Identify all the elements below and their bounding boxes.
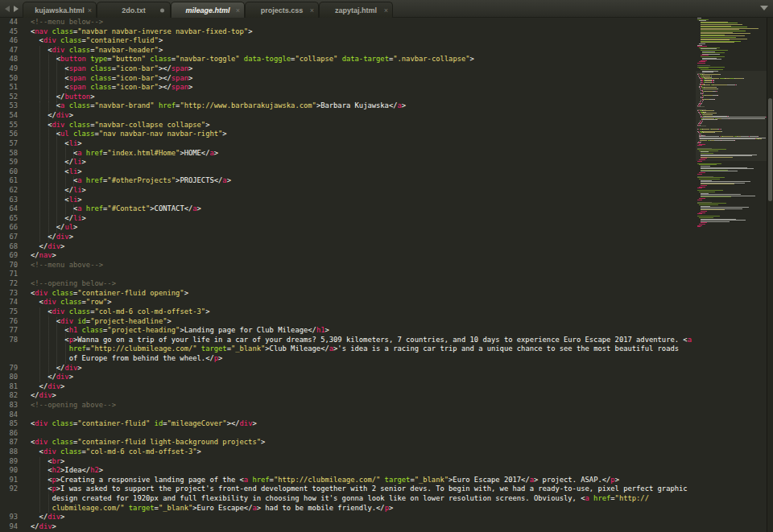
line-number[interactable]: 58 bbox=[0, 149, 18, 159]
code-text[interactable]: <!--opening above--> bbox=[31, 401, 116, 410]
code-text[interactable]: <h1 class="project-heading">Landing page… bbox=[31, 326, 329, 336]
code-line[interactable]: href="http://clubmileage.com/" target="_… bbox=[0, 344, 697, 354]
code-text[interactable]: href="http://clubmileage.com/" target="_… bbox=[31, 344, 679, 354]
line-number[interactable]: 75 bbox=[0, 307, 18, 317]
code-text[interactable]: <div class="col-md-6 col-md-offset-3"> bbox=[31, 307, 209, 317]
code-line[interactable]: 79 </div> bbox=[0, 364, 697, 373]
code-line[interactable]: 92 <p>I was asked to support the project… bbox=[0, 485, 697, 494]
line-number[interactable]: 83 bbox=[0, 401, 18, 410]
code-line[interactable]: 83<!--opening above--> bbox=[0, 401, 697, 410]
code-line[interactable]: 82</div> bbox=[0, 391, 697, 401]
code-text[interactable]: <h2>Idea</h2> bbox=[31, 466, 103, 476]
code-text[interactable]: <br> bbox=[31, 457, 64, 467]
code-text[interactable]: </div> bbox=[31, 382, 64, 392]
code-text[interactable]: <!--menu above--> bbox=[31, 261, 103, 270]
code-line[interactable]: 49 <span class="icon-bar"></span> bbox=[0, 64, 697, 74]
code-line[interactable]: 74 <div class="row"> bbox=[0, 298, 697, 307]
line-number[interactable]: 51 bbox=[0, 83, 18, 93]
line-number[interactable]: 70 bbox=[0, 261, 18, 270]
line-number[interactable]: 66 bbox=[0, 223, 18, 233]
code-line[interactable]: 53 <a class="navbar-brand" href="http://… bbox=[0, 101, 697, 111]
line-number[interactable]: 68 bbox=[0, 242, 18, 252]
code-text[interactable]: <div class="col-md-6 col-md-offset-3"> bbox=[31, 447, 201, 457]
code-line[interactable]: 87<div class="container-fluid light-back… bbox=[0, 438, 697, 447]
code-text[interactable]: </div> bbox=[31, 391, 56, 401]
code-line[interactable]: 47 <div class="navbar-header"> bbox=[0, 46, 697, 56]
code-text[interactable]: <div class="navbar-collapse collapse"> bbox=[31, 121, 209, 130]
code-line[interactable]: 77 <h1 class="project-heading">Landing p… bbox=[0, 326, 697, 336]
modified-dot-icon[interactable] bbox=[160, 8, 164, 12]
code-line[interactable]: clubmileage.com/" target="_blank">Euro E… bbox=[0, 504, 697, 513]
line-number[interactable]: 48 bbox=[0, 55, 18, 64]
tab-2do-txt[interactable]: 2do.txt bbox=[97, 2, 171, 18]
line-number[interactable]: 67 bbox=[0, 233, 18, 242]
code-text[interactable]: <p>Creating a responsive landing page of… bbox=[31, 476, 619, 485]
line-number[interactable]: 60 bbox=[0, 167, 18, 177]
code-line[interactable]: 58 <a href="index.html#Home">HOME</a> bbox=[0, 149, 697, 159]
line-number[interactable]: 79 bbox=[0, 364, 18, 373]
code-line[interactable]: 76 <div id="project-headline"> bbox=[0, 317, 697, 327]
code-line[interactable]: 75 <div class="col-md-6 col-md-offset-3"… bbox=[0, 307, 697, 317]
line-number[interactable]: 56 bbox=[0, 130, 18, 139]
code-line[interactable]: 78 <p>Wanna go on a trip of your life in… bbox=[0, 336, 697, 345]
code-line[interactable]: 91 <p>Creating a responsive landing page… bbox=[0, 476, 697, 485]
line-number[interactable]: 45 bbox=[0, 27, 18, 37]
code-text[interactable]: <span class="icon-bar"></span> bbox=[31, 83, 192, 93]
code-text[interactable]: <p>Wanna go on a trip of your life in a … bbox=[31, 336, 692, 345]
code-line[interactable]: 93 </div> bbox=[0, 513, 697, 522]
code-text[interactable]: </div> bbox=[31, 242, 64, 252]
code-line[interactable]: 85<div class="container-fluid" id="milea… bbox=[0, 419, 697, 429]
code-text[interactable]: </div> bbox=[31, 364, 82, 373]
code-line[interactable]: 48 <button type="button" class="navbar-t… bbox=[0, 55, 697, 64]
code-text[interactable]: <div class="row"> bbox=[31, 298, 112, 307]
code-pane[interactable]: 44<!--menu below-->45<nav class="navbar … bbox=[0, 18, 697, 532]
code-line[interactable]: 67 </div> bbox=[0, 233, 697, 242]
code-line[interactable]: 68 </div> bbox=[0, 242, 697, 252]
code-text[interactable]: <span class="icon-bar"></span> bbox=[31, 64, 192, 74]
line-number[interactable]: 59 bbox=[0, 158, 18, 167]
code-text[interactable]: </div> bbox=[31, 233, 73, 242]
line-number[interactable]: 76 bbox=[0, 317, 18, 327]
minimap[interactable] bbox=[696, 18, 767, 532]
tab-kujawska-html[interactable]: kujawska.html× bbox=[23, 2, 97, 18]
tab-scroll-right-icon[interactable] bbox=[14, 6, 19, 12]
code-text[interactable]: </li> bbox=[31, 186, 86, 196]
line-number[interactable]: 61 bbox=[0, 176, 18, 186]
code-line[interactable]: 64 <a href="#Contact">CONTACT</a> bbox=[0, 204, 697, 214]
line-number[interactable]: 88 bbox=[0, 447, 18, 457]
line-number[interactable]: 73 bbox=[0, 289, 18, 299]
code-line[interactable]: 46 <div class="container-fluid"> bbox=[0, 36, 697, 46]
line-number[interactable]: 55 bbox=[0, 121, 18, 130]
close-icon[interactable]: × bbox=[384, 6, 388, 14]
line-number[interactable]: 64 bbox=[0, 204, 18, 214]
line-number[interactable]: 82 bbox=[0, 391, 18, 401]
code-text[interactable]: clubmileage.com/" target="_blank">Euro E… bbox=[31, 504, 393, 513]
code-text[interactable]: <!--opening below--> bbox=[31, 279, 116, 289]
code-line[interactable]: 88 <div class="col-md-6 col-md-offset-3"… bbox=[0, 447, 697, 457]
vertical-scrollbar-track[interactable] bbox=[767, 18, 773, 532]
line-number[interactable]: 80 bbox=[0, 373, 18, 382]
code-text[interactable]: <div class="navbar-header"> bbox=[31, 46, 163, 56]
code-text[interactable]: <div class="container-fluid"> bbox=[31, 36, 163, 46]
line-number[interactable]: 53 bbox=[0, 101, 18, 111]
line-number[interactable]: 50 bbox=[0, 74, 18, 84]
code-line[interactable]: 50 <span class="icon-bar"></span> bbox=[0, 74, 697, 84]
close-icon[interactable]: × bbox=[88, 6, 92, 14]
code-text[interactable]: </div> bbox=[31, 522, 56, 532]
code-text[interactable]: </div> bbox=[31, 513, 64, 522]
code-line[interactable]: 45<nav class="navbar navbar-inverse navb… bbox=[0, 27, 697, 37]
code-text[interactable]: <button type="button" class="navbar-togg… bbox=[31, 55, 474, 64]
code-line[interactable]: 54 </div> bbox=[0, 111, 697, 121]
line-number[interactable]: 52 bbox=[0, 93, 18, 102]
code-text[interactable]: <li> bbox=[31, 196, 82, 205]
code-text[interactable]: <p>I was asked to support the project's … bbox=[31, 485, 688, 494]
code-text[interactable]: </div> bbox=[31, 373, 73, 382]
code-text[interactable]: <a href="#otherProjects">PROJECTS</a> bbox=[31, 176, 231, 186]
code-text[interactable]: <div id="project-headline"> bbox=[31, 317, 172, 327]
code-line[interactable]: 55 <div class="navbar-collapse collapse"… bbox=[0, 121, 697, 130]
line-number[interactable]: 71 bbox=[0, 270, 18, 279]
code-line[interactable]: 90 <h2>Idea</h2> bbox=[0, 466, 697, 476]
code-line[interactable]: of Europe from behind the wheel.</p> bbox=[0, 354, 697, 364]
tab-projects-css[interactable]: projects.css× bbox=[245, 2, 319, 18]
line-number[interactable]: 77 bbox=[0, 326, 18, 336]
